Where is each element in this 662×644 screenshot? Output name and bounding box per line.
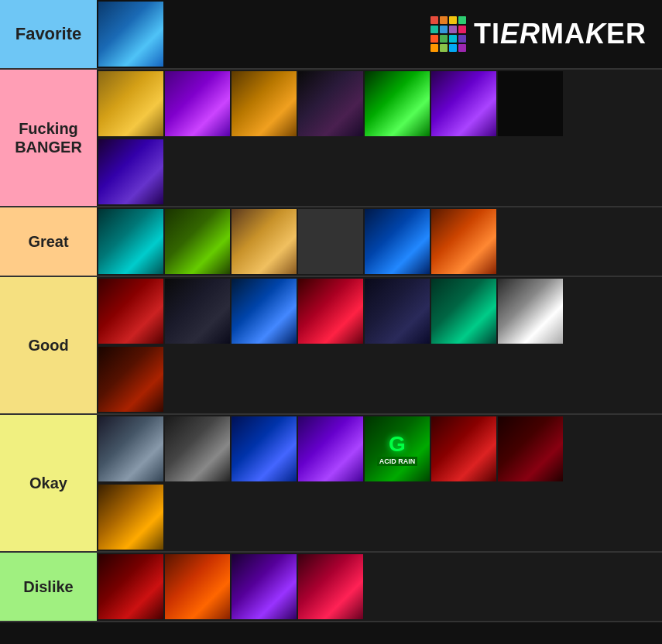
tier-items-great: [97, 207, 662, 276]
logo-cell: [449, 26, 457, 33]
banger-label-text: Fucking BANGER: [4, 119, 93, 156]
logo-cell: [458, 26, 466, 33]
list-item[interactable]: [431, 416, 496, 481]
logo-cell: [458, 35, 466, 43]
list-item[interactable]: [232, 416, 297, 481]
tier-items-okay: G ACID RAIN: [97, 415, 662, 551]
list-item[interactable]: [498, 71, 563, 136]
logo-cell: [449, 16, 457, 24]
favorite-label: Favorite: [15, 24, 82, 44]
list-item[interactable]: [365, 209, 430, 274]
list-item[interactable]: [165, 416, 230, 481]
logo-text: TiERMAKER: [474, 18, 647, 50]
list-item[interactable]: [165, 209, 230, 274]
logo-cell: [458, 44, 466, 52]
logo-cell: [430, 26, 438, 33]
logo-cell: [430, 35, 438, 43]
list-item[interactable]: G ACID RAIN: [365, 416, 430, 481]
tier-label-good: Good: [0, 277, 97, 413]
tier-label-banger: Fucking BANGER: [0, 70, 97, 206]
tier-items-good: [97, 277, 662, 413]
logo-cell: [449, 35, 457, 43]
list-item[interactable]: [98, 554, 163, 619]
list-item[interactable]: [232, 554, 297, 619]
tier-label-dislike: Dislike: [0, 553, 97, 621]
list-item[interactable]: [298, 554, 363, 619]
logo-cell: [449, 44, 457, 52]
tier-row-great: Great: [0, 207, 662, 277]
header-tier-label: Favorite: [0, 0, 97, 68]
logo-cell: [440, 26, 448, 33]
list-item[interactable]: [498, 416, 563, 481]
list-item[interactable]: [98, 71, 163, 136]
tier-items-dislike: [97, 553, 662, 621]
tier-label-okay: Okay: [0, 415, 97, 551]
great-label-text: Great: [28, 232, 68, 251]
list-item[interactable]: [98, 139, 163, 204]
logo-cell: [440, 35, 448, 43]
list-item[interactable]: [98, 209, 163, 274]
list-item[interactable]: [298, 279, 363, 344]
list-item[interactable]: [232, 71, 297, 136]
tier-label-great: Great: [0, 207, 97, 276]
list-item[interactable]: [498, 279, 563, 344]
list-item[interactable]: [298, 416, 363, 481]
list-item[interactable]: [431, 209, 496, 274]
tier-row-banger: Fucking BANGER: [0, 70, 662, 207]
logo-cell: [430, 16, 438, 24]
tier-row-good: Good: [0, 277, 662, 415]
logo-cell: [440, 44, 448, 52]
list-item[interactable]: [165, 279, 230, 344]
list-item[interactable]: [98, 279, 163, 344]
list-item[interactable]: [232, 209, 297, 274]
tier-row-dislike: Dislike: [0, 553, 662, 622]
list-item[interactable]: [98, 347, 163, 412]
list-item[interactable]: [365, 279, 430, 344]
list-item[interactable]: [431, 71, 496, 136]
list-item[interactable]: [165, 554, 230, 619]
logo-cell: [458, 16, 466, 24]
list-item[interactable]: [98, 416, 163, 481]
header: Favorite TiERMAKER: [0, 0, 662, 70]
list-item[interactable]: [232, 279, 297, 344]
logo-cell: [440, 16, 448, 24]
tier-items-banger: [97, 70, 662, 206]
list-item[interactable]: [98, 485, 163, 550]
logo-cell: [430, 44, 438, 52]
tiermaker-logo: TiERMAKER: [430, 16, 662, 52]
list-item[interactable]: [165, 71, 230, 136]
okay-label-text: Okay: [29, 474, 67, 492]
tier-row-okay: Okay G ACID RAIN: [0, 415, 662, 553]
good-label-text: Good: [28, 336, 68, 355]
logo-grid: [430, 16, 466, 52]
dislike-label-text: Dislike: [23, 577, 73, 596]
favorite-item: [98, 2, 163, 67]
list-item[interactable]: [298, 71, 363, 136]
list-item[interactable]: [431, 279, 496, 344]
list-item[interactable]: [365, 71, 430, 136]
list-item[interactable]: [298, 209, 363, 274]
